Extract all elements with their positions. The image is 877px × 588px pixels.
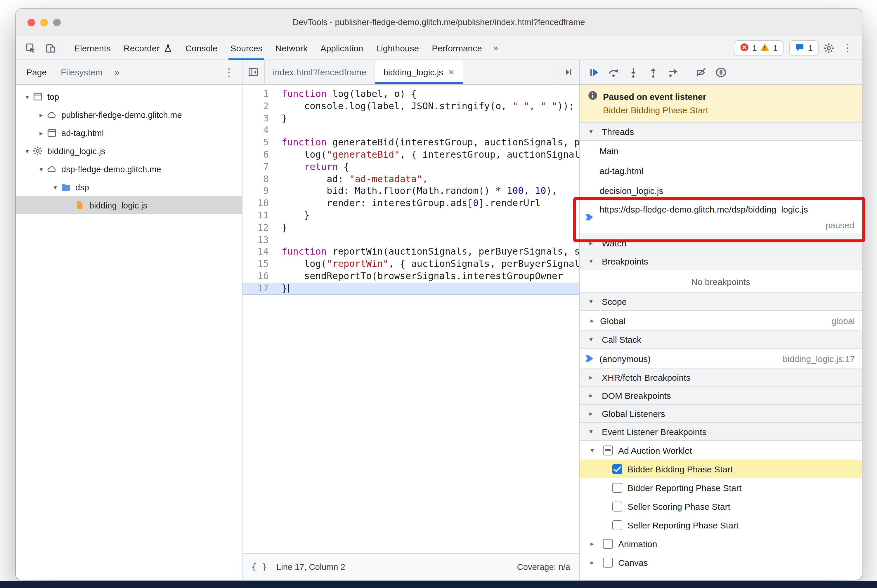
thread-item-paused[interactable]: https://dsp-fledge-demo.glitch.me/dsp/bi… xyxy=(580,200,862,234)
section-header-dom-breakpoints[interactable]: ▸DOM Breakpoints xyxy=(580,386,862,405)
tab-network[interactable]: Network xyxy=(269,36,314,60)
line-number[interactable]: 10 xyxy=(242,197,276,210)
errors-warnings-badge[interactable]: 1 1 xyxy=(734,40,784,56)
step-button[interactable] xyxy=(664,63,683,81)
listener-group-ad-auction-worklet[interactable]: ▾Ad Auction Worklet xyxy=(580,441,862,459)
listener-event-bidder-bidding-phase-start[interactable]: Bidder Bidding Phase Start xyxy=(580,459,862,478)
triangle-expanded-icon[interactable]: ▾ xyxy=(587,446,598,454)
line-number[interactable]: 3 xyxy=(242,112,276,124)
resume-button[interactable] xyxy=(584,63,603,81)
section-header-breakpoints[interactable]: ▾Breakpoints xyxy=(580,252,862,270)
tab-bidding-logic-js[interactable]: bidding_logic.js × xyxy=(375,60,463,84)
listener-group-canvas[interactable]: ▸Canvas xyxy=(580,553,862,572)
tab-filesystem[interactable]: Filesystem xyxy=(54,64,110,81)
pretty-print-button[interactable]: { } xyxy=(251,561,267,572)
tab-elements[interactable]: Elements xyxy=(68,36,117,60)
listener-event-bidder-reporting-phase-start[interactable]: Bidder Reporting Phase Start xyxy=(580,478,862,497)
line-number[interactable]: 8 xyxy=(242,173,276,185)
line-number[interactable]: 14 xyxy=(242,246,276,258)
listener-event-seller-reporting-phase-start[interactable]: Seller Reporting Phase Start xyxy=(580,516,862,534)
line-number[interactable]: 17 xyxy=(242,283,276,295)
issues-badge[interactable]: 1 xyxy=(789,40,818,56)
line-number[interactable]: 5 xyxy=(242,136,276,149)
line-number[interactable]: 9 xyxy=(242,185,276,198)
line-number[interactable]: 2 xyxy=(242,100,276,113)
tree-item-bidding-logic-js[interactable]: ▾bidding_logic.js xyxy=(16,142,242,160)
code-line[interactable]: 17} xyxy=(242,283,579,295)
section-header-global-listeners[interactable]: ▸Global Listeners xyxy=(580,404,862,423)
tab-index-html[interactable]: index.html?fencedframe xyxy=(265,60,375,84)
code-line[interactable]: 2 console.log(label, JSON.stringify(o, "… xyxy=(242,100,579,113)
checkbox-bidder-reporting-phase-start[interactable] xyxy=(612,483,622,492)
line-number[interactable]: 1 xyxy=(242,88,276,100)
code-line[interactable]: 7 return { xyxy=(242,161,579,173)
code-line[interactable]: 10 render: interestGroup.ads[0].renderUr… xyxy=(242,197,579,210)
line-number[interactable]: 7 xyxy=(242,161,276,173)
minimize-window-button[interactable] xyxy=(40,18,48,26)
section-header-event-listener-breakpoints[interactable]: ▾Event Listener Breakpoints xyxy=(580,422,862,441)
tree-item-bidding-logic-js[interactable]: bidding_logic.js xyxy=(16,196,242,214)
thread-item-main[interactable]: Main xyxy=(580,141,862,160)
zoom-window-button[interactable] xyxy=(53,18,61,26)
triangle-collapsed-icon[interactable]: ▸ xyxy=(587,558,598,566)
settings-gear-icon[interactable] xyxy=(818,39,838,57)
tree-item-dsp[interactable]: ▾dsp xyxy=(16,178,242,196)
step-over-button[interactable] xyxy=(604,63,623,81)
inspect-element-icon[interactable] xyxy=(20,39,40,57)
code-line[interactable]: 13 xyxy=(242,234,579,246)
checkbox-bidder-bidding-phase-start[interactable] xyxy=(612,464,622,474)
section-header-call-stack[interactable]: ▾Call Stack xyxy=(580,330,862,349)
tab-performance[interactable]: Performance xyxy=(425,36,489,60)
tab-sources[interactable]: Sources xyxy=(224,36,269,60)
close-tab-icon[interactable]: × xyxy=(448,66,454,78)
section-header-threads[interactable]: ▾Threads xyxy=(580,122,862,141)
section-header-watch[interactable]: ▸Watch xyxy=(580,234,862,252)
code-editor[interactable]: 1function log(label, o) {2 console.log(l… xyxy=(242,85,579,553)
tree-item-dsp-fledge-demo-glitch-me[interactable]: ▾dsp-fledge-demo.glitch.me xyxy=(16,160,242,178)
section-header-xhr-fetch-breakpoints[interactable]: ▸XHR/fetch Breakpoints xyxy=(580,368,862,387)
code-line[interactable]: 9 bid: Math.floor(Math.random() * 100, 1… xyxy=(242,185,579,198)
line-number[interactable]: 12 xyxy=(242,222,276,234)
close-window-button[interactable] xyxy=(27,18,35,26)
checkbox-animation[interactable] xyxy=(603,538,613,549)
deactivate-breakpoints-button[interactable] xyxy=(692,63,710,81)
code-line[interactable]: 11 } xyxy=(242,210,579,222)
code-line[interactable]: 16 sendReportTo(browserSignals.interestG… xyxy=(242,270,579,283)
checkbox-ad-auction-worklet[interactable] xyxy=(603,445,613,455)
tree-item-top[interactable]: ▾top xyxy=(16,88,242,106)
tab-console[interactable]: Console xyxy=(179,36,224,60)
call-stack-frame[interactable]: (anonymous)bidding_logic.js:17 xyxy=(580,349,862,369)
line-number[interactable]: 11 xyxy=(242,210,276,222)
line-number[interactable]: 15 xyxy=(242,258,276,270)
thread-item-ad-tag-html[interactable]: ad-tag.html xyxy=(580,160,862,180)
triangle-expanded-icon[interactable]: ▾ xyxy=(36,165,47,173)
device-toolbar-icon[interactable] xyxy=(40,39,60,57)
section-header-scope[interactable]: ▾Scope xyxy=(580,292,862,310)
code-line[interactable]: 5function generateBid(interestGroup, auc… xyxy=(242,136,579,149)
listener-group-animation[interactable]: ▸Animation xyxy=(580,534,862,553)
tab-page[interactable]: Page xyxy=(19,64,54,81)
tab-lighthouse[interactable]: Lighthouse xyxy=(370,36,425,60)
triangle-expanded-icon[interactable]: ▾ xyxy=(22,93,33,101)
triangle-collapsed-icon[interactable]: ▸ xyxy=(36,111,47,119)
code-line[interactable]: 6 log("generateBid", { interestGroup, au… xyxy=(242,149,579,161)
step-out-button[interactable] xyxy=(644,63,663,81)
navigator-menu-icon[interactable]: ⋮ xyxy=(220,66,238,78)
triangle-expanded-icon[interactable]: ▾ xyxy=(50,183,61,191)
tab-recorder[interactable]: Recorder xyxy=(117,36,179,60)
code-line[interactable]: 14function reportWin(auctionSignals, per… xyxy=(242,246,579,258)
step-into-button[interactable] xyxy=(624,63,643,81)
line-number[interactable]: 4 xyxy=(242,124,276,137)
scope-item-global[interactable]: ▸Globalglobal xyxy=(580,310,862,330)
thread-item-decision-logic-js[interactable]: decision_logic.js xyxy=(580,180,862,200)
code-line[interactable]: 8 ad: "ad-metadata", xyxy=(242,173,579,185)
code-line[interactable]: 12} xyxy=(242,222,579,234)
code-line[interactable]: 3} xyxy=(242,112,579,124)
tree-item-publisher-fledge-demo-glitch-me[interactable]: ▸publisher-fledge-demo.glitch.me xyxy=(16,106,242,124)
main-menu-icon[interactable]: ⋮ xyxy=(838,42,857,54)
more-navigator-tabs-icon[interactable]: » xyxy=(110,67,124,77)
checkbox-seller-scoring-phase-start[interactable] xyxy=(612,501,622,511)
triangle-expanded-icon[interactable]: ▾ xyxy=(22,147,33,155)
tab-application[interactable]: Application xyxy=(314,36,370,60)
pause-on-exceptions-button[interactable] xyxy=(712,63,730,81)
